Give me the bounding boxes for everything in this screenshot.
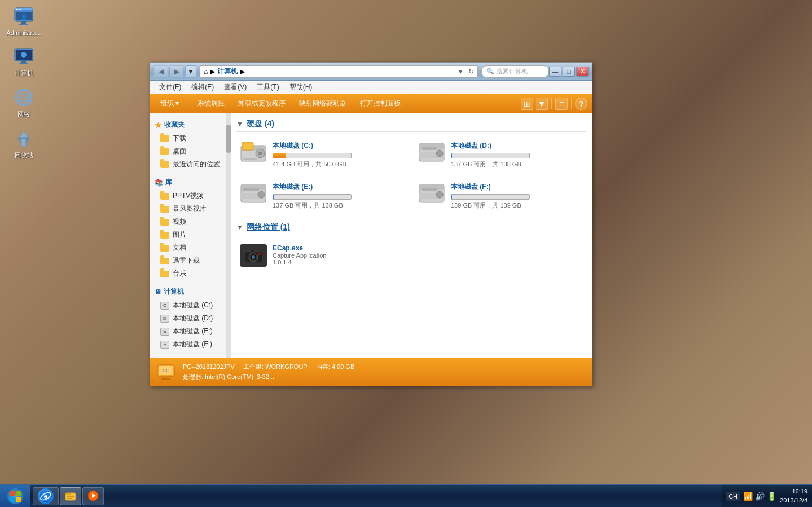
menu-help[interactable]: 帮助(H) xyxy=(285,81,317,93)
network-item-ecap[interactable]: ECap.exe Capture Application 1.0.1.4 xyxy=(236,241,586,270)
desktop-icon-network[interactable]: 网络 xyxy=(6,86,42,118)
title-controls: — □ ✕ xyxy=(549,67,589,77)
sidebar-item-d-drive[interactable]: D 本地磁盘 (D:) xyxy=(150,312,226,325)
pc-name-workgroup: PC--20131202JPV 工作组: WORKGROUP 内存: 4.00 … xyxy=(183,362,354,372)
network-expand[interactable]: ▼ xyxy=(236,223,243,231)
uninstall-button[interactable]: 卸载或更改程序 xyxy=(232,96,291,111)
sidebar-item-recent[interactable]: 最近访问的位置 xyxy=(150,158,226,171)
sidebar-item-desktop[interactable]: 桌面 xyxy=(150,145,226,158)
hard-disks-expand[interactable]: ▼ xyxy=(236,120,243,128)
details-button[interactable]: ≡ xyxy=(555,98,568,110)
taskbar-media[interactable] xyxy=(82,487,104,505)
svg-rect-11 xyxy=(19,63,28,64)
maximize-button[interactable]: □ xyxy=(563,67,575,77)
sidebar-item-c-drive[interactable]: C 本地磁盘 (C:) xyxy=(150,299,226,312)
explorer-taskbar-icon xyxy=(65,490,76,502)
desktop-icon-admin[interactable]: 👤 Administra... xyxy=(6,6,42,36)
start-button[interactable] xyxy=(0,485,30,507)
sidebar-item-xunlei[interactable]: 迅雷下载 xyxy=(150,254,226,267)
back-button[interactable]: ◀ xyxy=(153,65,168,78)
control-panel-button[interactable]: 打开控制面板 xyxy=(354,96,406,111)
drive-item-e[interactable]: 本地磁盘 (E:) 137 GB 可用，共 138 GB xyxy=(236,179,408,213)
menu-view[interactable]: 查看(V) xyxy=(220,81,251,93)
search-box[interactable]: 🔍 搜索计算机 xyxy=(481,65,549,78)
svg-rect-61 xyxy=(65,493,71,495)
desktop-icon-recycle[interactable]: 回收站 xyxy=(6,127,42,160)
desktop-icons: 👤 Administra... 计算机 网络 xyxy=(6,6,42,160)
svg-rect-20 xyxy=(21,139,26,147)
library-icon: 📚 xyxy=(155,179,163,187)
ecap-name: ECap.exe xyxy=(273,244,326,252)
sidebar-item-downloads[interactable]: 下载 xyxy=(150,132,226,145)
windows-logo xyxy=(7,488,23,504)
scrollbar-thumb[interactable] xyxy=(226,125,231,153)
organize-button[interactable]: 组织 ▾ xyxy=(155,96,185,111)
sidebar-item-e-drive[interactable]: E 本地磁盘 (E:) xyxy=(150,325,226,338)
network-title: 网络位置 (1) xyxy=(247,222,290,232)
processor-line: 处理器: Intel(R) Core(TM) i3-32... xyxy=(183,372,354,382)
refresh-icon[interactable]: ↻ xyxy=(468,68,474,76)
minimize-button[interactable]: — xyxy=(549,67,561,77)
view-down-button[interactable]: ▼ xyxy=(536,98,548,110)
tray-sound-icon[interactable]: 🔊 xyxy=(755,492,765,501)
sidebar-item-pictures[interactable]: 图片 xyxy=(150,228,226,241)
sidebar-item-video[interactable]: 视频 xyxy=(150,215,226,228)
drive-e-name: 本地磁盘 (E:) xyxy=(273,182,405,192)
camera-app-icon xyxy=(240,244,267,267)
properties-button[interactable]: 系统属性 xyxy=(192,96,230,111)
tray-language[interactable]: CH xyxy=(726,492,740,501)
drive-f-icon xyxy=(418,182,445,205)
drive-d-fill xyxy=(451,153,452,158)
dropdown-icon[interactable]: ▼ xyxy=(457,68,464,76)
taskbar: e CH xyxy=(0,484,812,507)
recent-label: 最近访问的位置 xyxy=(173,160,220,169)
ie-icon: e xyxy=(38,488,54,504)
sidebar-item-pptv[interactable]: PPTV视频 xyxy=(150,189,226,202)
storm-label: 暴风影视库 xyxy=(173,204,207,214)
drive-e-info: 本地磁盘 (E:) 137 GB 可用，共 138 GB xyxy=(273,182,405,210)
map-drive-button[interactable]: 映射网络驱动器 xyxy=(293,96,352,111)
sidebar-favorites-header[interactable]: ★ 收藏夹 xyxy=(150,118,226,132)
drives-grid: 本地磁盘 (C:) 41.4 GB 可用，共 50.0 GB xyxy=(236,138,586,213)
sidebar-computer-header[interactable]: 🖥 计算机 xyxy=(150,285,226,299)
drive-c-name: 本地磁盘 (C:) xyxy=(273,141,405,151)
drive-item-c[interactable]: 本地磁盘 (C:) 41.4 GB 可用，共 50.0 GB xyxy=(236,138,408,172)
taskbar-ie[interactable]: e xyxy=(33,487,59,505)
close-button[interactable]: ✕ xyxy=(576,67,589,77)
sidebar-item-f-drive[interactable]: F 本地磁盘 (F:) xyxy=(150,338,226,351)
breadcrumb-arrow: ▶ xyxy=(240,68,245,76)
sidebar-item-storm[interactable]: 暴风影视库 xyxy=(150,202,226,215)
status-bar: PC PC--20131202JPV 工作组: WORKGROUP 内存: 4.… xyxy=(150,358,592,386)
tray-network-icon[interactable]: 📶 xyxy=(743,492,753,501)
home-icon: ⌂ xyxy=(204,68,208,76)
tray-icons: 📶 🔊 🔋 xyxy=(743,492,776,501)
taskbar-explorer[interactable] xyxy=(60,487,81,505)
video-label: 视频 xyxy=(173,217,186,227)
drive-item-f[interactable]: 本地磁盘 (F:) 139 GB 可用，共 139 GB xyxy=(415,179,586,213)
f-drive-label: 本地磁盘 (F:) xyxy=(173,340,212,349)
drive-item-d[interactable]: 本地磁盘 (D:) 137 GB 可用，共 138 GB xyxy=(415,138,586,172)
tray-clock[interactable]: 16:19 2013/12/4 xyxy=(780,487,807,505)
drive-f-name: 本地磁盘 (F:) xyxy=(451,182,583,192)
tray-battery-icon[interactable]: 🔋 xyxy=(767,492,776,501)
menu-edit[interactable]: 编辑(E) xyxy=(187,81,218,93)
sidebar-scrollbar[interactable] xyxy=(226,113,231,358)
forward-button[interactable]: ▶ xyxy=(169,65,184,78)
menu-file[interactable]: 文件(F) xyxy=(155,81,186,93)
documents-icon xyxy=(160,245,169,252)
help-button[interactable]: ? xyxy=(575,98,587,110)
favorites-label: 收藏夹 xyxy=(164,120,185,130)
sidebar-library-header[interactable]: 📚 库 xyxy=(150,175,226,189)
menu-tools[interactable]: 工具(T) xyxy=(252,81,283,93)
sidebar-item-music[interactable]: 音乐 xyxy=(150,267,226,280)
view-mode-button[interactable]: ⊞ xyxy=(521,98,533,110)
search-icon: 🔍 xyxy=(486,68,494,75)
sidebar: ★ 收藏夹 下载 桌面 最近访问的位置 📚 xyxy=(150,113,226,358)
memory: 内存: 4.00 GB xyxy=(316,363,354,370)
sidebar-item-documents[interactable]: 文档 xyxy=(150,241,226,254)
breadcrumb-path[interactable]: 计算机 xyxy=(217,67,238,76)
xunlei-icon xyxy=(160,258,169,264)
desktop-icon-computer[interactable]: 计算机 xyxy=(6,45,42,77)
up-button[interactable]: ▼ xyxy=(185,65,196,78)
sidebar-favorites: ★ 收藏夹 下载 桌面 最近访问的位置 xyxy=(150,118,226,171)
